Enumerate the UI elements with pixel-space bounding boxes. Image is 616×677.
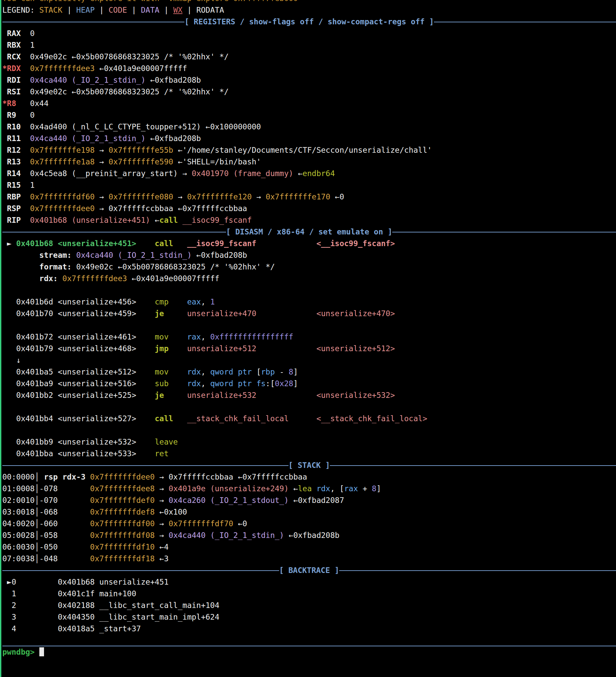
text-segment: , — [201, 379, 210, 388]
text-segment: ←3 — [155, 554, 169, 563]
text-segment: 0x4ca440 (_IO_2_1_stdin_) — [30, 134, 145, 143]
register-rbp: RBP 0x7fffffffdf60 → 0x7fffffffe080 → 0x… — [2, 191, 616, 203]
text-segment: ←0x401a9e00007fffff — [95, 64, 187, 73]
text-segment — [136, 379, 155, 388]
text-segment: , — [201, 298, 210, 306]
text-segment: endbr64 — [303, 169, 335, 178]
text-segment — [16, 578, 58, 586]
text-segment: rbp — [261, 367, 275, 376]
disasm-line-0x401b79: 0x401b79 <unserialize+468> jmp unseriali… — [2, 343, 616, 355]
text-segment: RCX — [7, 52, 21, 61]
text-segment — [169, 367, 187, 376]
text-segment — [2, 52, 7, 61]
gdb-prompt[interactable]: pwndbg> — [2, 646, 616, 658]
register-r14: R14 0x4c5ea8 (__preinit_array_start) → 0… — [2, 168, 616, 179]
text-segment: | — [62, 6, 76, 14]
text-segment — [2, 157, 7, 166]
text-segment: *R8 — [2, 99, 16, 108]
text-segment — [2, 274, 39, 283]
text-segment: ► — [2, 239, 16, 248]
text-segment: 0x28 — [275, 379, 293, 388]
disasm-line-0x401ba9: 0x401ba9 <unserialize+516> sub rdx, qwor… — [2, 378, 616, 390]
text-segment: | — [127, 6, 141, 14]
text-segment: → — [155, 531, 169, 540]
text-segment: 01:0008│-078 — [2, 484, 90, 493]
terminal-cursor[interactable] — [39, 647, 44, 656]
text-segment — [2, 251, 39, 260]
text-segment: 0x4ca440 (_IO_2_1_stdin_) — [76, 251, 192, 260]
text-segment: ↓ — [2, 356, 21, 364]
text-segment: → — [95, 146, 109, 154]
text-segment: 0x4c5ea8 (__preinit_array_start) → — [21, 169, 191, 178]
text-segment: 0x401b72 <unserialize+461> — [2, 332, 136, 341]
text-segment: __isoc99_fscanf — [182, 216, 252, 224]
text-segment: <unserialize+470> — [316, 309, 395, 318]
text-segment: ←0xfbad208b — [145, 134, 201, 143]
register-rdx: *RDX 0x7fffffffdee3 ←0x401a9e00007fffff — [2, 63, 616, 74]
disasm-arg-rdx: rdx: 0x7fffffffdee3 ←0x401a9e00007fffff — [2, 273, 616, 284]
text-segment: 0x7fffffffdf10 — [90, 543, 155, 551]
text-segment: <unserialize+532> — [316, 391, 395, 400]
text-segment — [2, 192, 7, 201]
text-segment: RBP — [7, 192, 21, 201]
register-r9: R9 0 — [2, 109, 616, 121]
text-segment: ←0x100 — [155, 508, 187, 516]
section-title: [ BACKTRACE ] — [279, 565, 339, 576]
text-segment: 4 0x4018a5 _start+37 — [2, 624, 141, 633]
text-segment — [136, 309, 155, 318]
text-segment: ] — [293, 379, 298, 388]
text-segment — [136, 367, 155, 376]
text-segment: 0x7fffffffe120 — [187, 192, 252, 201]
disasm-jump-arrow: ↓ — [2, 355, 616, 366]
text-segment: WX — [173, 6, 182, 14]
text-segment: DATA — [141, 6, 159, 14]
text-segment: rdx — [316, 484, 331, 493]
text-segment: ] — [293, 367, 298, 376]
stack-row-02: 02:0010│-070 0x7fffffffdef0 → 0x4ca260 (… — [2, 495, 616, 506]
text-segment — [2, 76, 7, 84]
text-segment: ► — [2, 578, 12, 586]
text-segment: 0xffffffffffffffff — [210, 332, 293, 341]
text-segment — [21, 146, 30, 154]
text-segment: 0x401bba <unserialize+533> — [2, 449, 136, 458]
text-segment: → — [155, 496, 169, 505]
active-pane-indicator — [0, 0, 1, 677]
text-segment: RSI — [7, 87, 21, 96]
stack-row-07: 07:0038│-048 0x7fffffffdf18 ←3 — [2, 553, 616, 565]
text-segment: rax — [344, 484, 358, 493]
register-rip: RIP 0x401b68 (unserialize+451) ←call __i… — [2, 215, 616, 226]
stack-row-06: 06:0030│-050 0x7fffffffdf10 ←4 — [2, 541, 616, 553]
stack-row-03: 03:0018│-068 0x7fffffffdef8 ←0x100 — [2, 506, 616, 518]
scrollback-notice-line: You can explicitly explore it with 'vmma… — [2, 0, 616, 4]
text-segment — [173, 414, 187, 423]
text-segment — [2, 216, 7, 224]
text-segment: ←'SHELL=/bin/bash' — [173, 157, 261, 166]
text-segment: 8 — [289, 367, 294, 376]
pwndbg-terminal[interactable]: You can explicitly explore it with 'vmma… — [0, 0, 616, 677]
text-segment: 0x7fffffffdee3 — [30, 64, 95, 73]
text-segment: call — [155, 414, 173, 423]
text-segment: 0x401970 (frame_dummy) — [192, 169, 294, 178]
text-segment: mov — [155, 367, 169, 376]
text-segment — [257, 309, 316, 318]
text-segment: [ — [257, 367, 261, 376]
blank-line — [2, 424, 616, 436]
text-segment — [257, 344, 316, 353]
disasm-line-0x401bb4: 0x401bb4 <unserialize+527> call __stack_… — [2, 413, 616, 424]
text-segment: 1 — [210, 298, 215, 306]
disasm-line-0x401bb9: 0x401bb9 <unserialize+532> leave — [2, 436, 616, 448]
text-segment — [2, 263, 39, 271]
text-segment: rsp rdx-3 — [44, 472, 86, 481]
text-segment: 0x7fffffffdf60 — [30, 192, 95, 201]
text-segment: 02:0010│-070 — [2, 496, 90, 505]
text-segment: | — [160, 6, 173, 14]
disasm-line-0x401b70: 0x401b70 <unserialize+459> je unserializ… — [2, 308, 616, 319]
text-segment: 0 — [16, 111, 35, 120]
text-segment: ← — [289, 484, 298, 493]
text-segment: HEAP — [76, 6, 95, 14]
text-segment — [21, 157, 30, 166]
text-segment: RODATA — [196, 6, 224, 14]
register-rcx: RCX 0x49e02c ←0x5b00786868323025 /* '%02… — [2, 51, 616, 63]
text-segment: 05:0028│-058 — [2, 531, 90, 540]
text-segment: 03:0018│-068 — [2, 508, 90, 516]
